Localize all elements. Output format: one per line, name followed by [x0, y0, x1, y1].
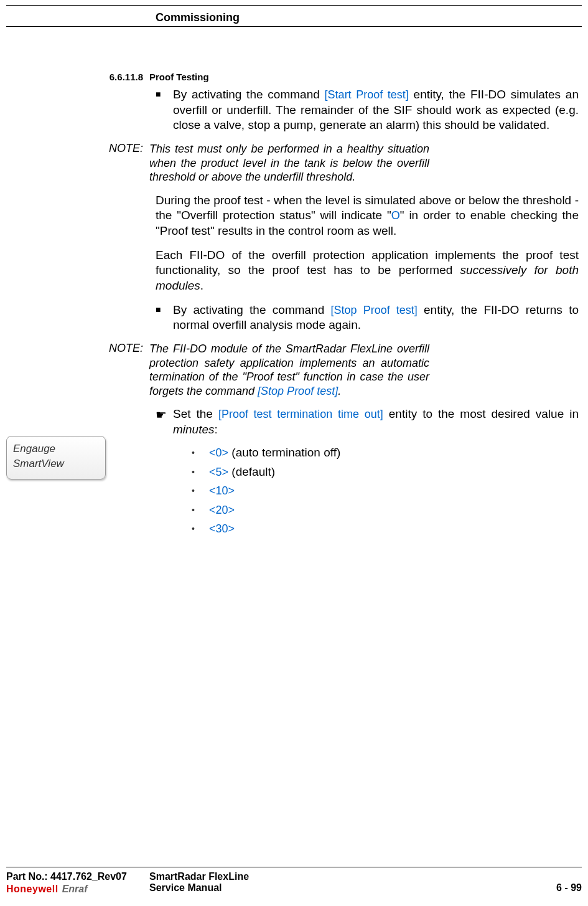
pointer-pre: Set the	[173, 407, 218, 420]
option-code: <5>	[209, 466, 228, 478]
engauge-smartview-callout: Engauge SmartView	[6, 436, 106, 479]
option-code: <30>	[209, 522, 235, 535]
start-proof-test-entity: [Start Proof test]	[325, 88, 409, 101]
option-code: <10>	[209, 484, 235, 497]
paragraph-1: During the proof test - when the level i…	[156, 193, 579, 239]
footer-doc: Service Manual	[149, 882, 556, 894]
stop-proof-test-entity-note: [Stop Proof test]	[258, 385, 338, 397]
section-heading-row: 6.6.11.8 Proof Testing	[6, 72, 582, 82]
bullet-2: ■ By activating the command [Stop Proof …	[156, 303, 579, 333]
bullet-dot-icon: •	[192, 443, 209, 462]
page-footer: Part No.: 4417.762_Rev07 Honeywell Enraf…	[6, 867, 582, 895]
note1-text: This test must only be performed in a he…	[149, 142, 429, 184]
paragraph-2: Each FII-DO of the overfill protection a…	[156, 248, 579, 294]
pointer-instruction: ☛ Set the [Proof test termination time o…	[156, 407, 579, 437]
header-rule-bottom	[6, 26, 582, 27]
list-item: • <5> (default)	[192, 463, 582, 481]
list-item: • <10>	[192, 481, 582, 500]
bullet-dot-icon: •	[192, 481, 209, 500]
timeout-entity: [Proof test termination time out]	[218, 408, 383, 420]
note2-post: .	[338, 385, 341, 397]
timeout-options: • <0> (auto termination off) • <5> (defa…	[192, 443, 582, 538]
bullet1-pre: By activating the command	[173, 88, 325, 101]
pointer-post: :	[215, 423, 218, 436]
pointer-mid: entity to the most desired value in	[383, 407, 579, 420]
note2-label: NOTE:	[6, 342, 149, 398]
honeywell-logo: Honeywell	[6, 884, 58, 895]
note1-label: NOTE:	[6, 142, 149, 184]
section-number: 6.6.11.8	[6, 72, 149, 82]
pointer-icon: ☛	[156, 407, 173, 437]
callout-line2: SmartView	[13, 456, 99, 471]
page-header-title: Commissioning	[156, 11, 240, 24]
enraf-logo: Enraf	[62, 884, 88, 895]
footer-part-number: Part No.: 4417.762_Rev07	[6, 871, 149, 882]
note-1: NOTE: This test must only be performed i…	[6, 142, 582, 184]
square-bullet-icon: ■	[156, 87, 173, 133]
option-text: (auto termination off)	[228, 446, 340, 459]
section-title: Proof Testing	[149, 72, 209, 82]
option-code: <20>	[209, 504, 235, 516]
list-item: • <20>	[192, 501, 582, 519]
pointer-em: minutes	[173, 423, 215, 436]
bullet2-pre: By activating the command	[173, 303, 331, 316]
list-item: • <30>	[192, 519, 582, 538]
bullet-1: ■ By activating the command [Start Proof…	[156, 87, 579, 133]
option-code: <0>	[209, 446, 228, 459]
square-bullet-icon: ■	[156, 303, 173, 333]
bullet-dot-icon: •	[192, 463, 209, 481]
footer-rule	[6, 867, 582, 867]
status-code-o: O	[391, 209, 400, 222]
para2-c: .	[200, 279, 203, 292]
stop-proof-test-entity: [Stop Proof test]	[331, 304, 418, 316]
note-2: NOTE: The FII-DO module of the SmartRada…	[6, 342, 582, 398]
list-item: • <0> (auto termination off)	[192, 443, 582, 462]
header-rule-top	[6, 5, 582, 6]
option-text: (default)	[228, 465, 275, 478]
footer-product: SmartRadar FlexLine	[149, 871, 556, 882]
bullet-dot-icon: •	[192, 519, 209, 538]
footer-page-number: 6 - 99	[556, 871, 582, 895]
bullet-dot-icon: •	[192, 501, 209, 519]
callout-line1: Engauge	[13, 441, 99, 456]
